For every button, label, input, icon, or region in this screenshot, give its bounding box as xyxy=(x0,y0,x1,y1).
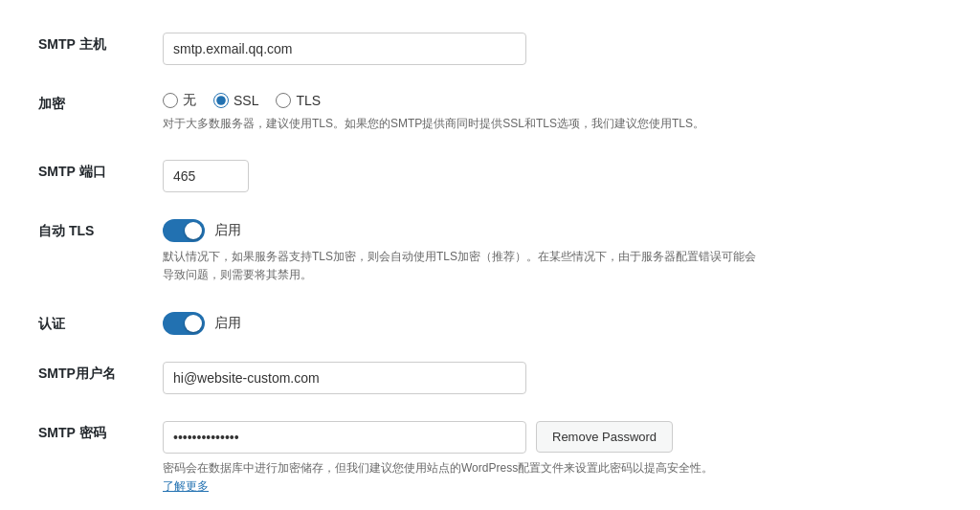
auto-tls-row: 自动 TLS 启用 默认情况下，如果服务器支持TLS加密，则会自动使用TLS加密… xyxy=(29,206,951,298)
smtp-host-field xyxy=(144,19,951,78)
auth-field: 启用 xyxy=(144,299,951,348)
password-row: Remove Password xyxy=(163,421,942,454)
smtp-port-field xyxy=(144,146,951,206)
smtp-username-label: SMTP用户名 xyxy=(29,348,144,408)
auto-tls-toggle-label: 启用 xyxy=(214,222,241,239)
remove-password-button[interactable]: Remove Password xyxy=(536,421,673,453)
encryption-label: 加密 xyxy=(29,78,144,146)
auth-row: 认证 启用 xyxy=(29,299,951,348)
smtp-host-input[interactable] xyxy=(163,33,526,65)
smtp-username-input[interactable] xyxy=(163,362,526,394)
encryption-option-none[interactable]: 无 xyxy=(163,92,196,109)
encryption-option-ssl[interactable]: SSL xyxy=(213,93,258,108)
smtp-password-label: SMTP 密码 xyxy=(29,408,144,509)
auth-toggle-label: 启用 xyxy=(214,315,241,332)
auth-toggle[interactable] xyxy=(163,312,205,335)
smtp-port-input[interactable] xyxy=(163,160,249,192)
smtp-password-field: Remove Password 密码会在数据库中进行加密储存，但我们建议您使用站… xyxy=(144,408,951,509)
smtp-host-label: SMTP 主机 xyxy=(29,19,144,78)
smtp-password-row: SMTP 密码 Remove Password 密码会在数据库中进行加密储存，但… xyxy=(29,408,951,509)
encryption-field: 无 SSL TLS 对于大多数服务器，建议使用TLS。如果您的SMTP提供商同时… xyxy=(144,78,951,146)
auth-label: 认证 xyxy=(29,299,144,348)
smtp-port-label: SMTP 端口 xyxy=(29,146,144,206)
encryption-radio-tls[interactable] xyxy=(276,93,291,108)
auto-tls-description: 默认情况下，如果服务器支持TLS加密，则会自动使用TLS加密（推荐）。在某些情况… xyxy=(163,248,756,284)
encryption-row: 加密 无 SSL TLS 对于大多数服务器，建议使用TLS。如果您的SMTP提供… xyxy=(29,78,951,146)
auto-tls-field: 启用 默认情况下，如果服务器支持TLS加密，则会自动使用TLS加密（推荐）。在某… xyxy=(144,206,951,298)
learn-more-link[interactable]: 了解更多 xyxy=(163,479,209,493)
auto-tls-label: 自动 TLS xyxy=(29,206,144,298)
encryption-tls-label: TLS xyxy=(296,93,321,108)
encryption-description: 对于大多数服务器，建议使用TLS。如果您的SMTP提供商同时提供SSL和TLS选… xyxy=(163,115,756,133)
encryption-radio-ssl[interactable] xyxy=(213,93,229,108)
encryption-option-tls[interactable]: TLS xyxy=(276,93,321,108)
smtp-password-description: 密码会在数据库中进行加密储存，但我们建议您使用站点的WordPress配置文件来… xyxy=(163,459,756,496)
smtp-password-input[interactable] xyxy=(163,421,526,454)
encryption-none-label: 无 xyxy=(183,92,196,109)
auth-slider xyxy=(163,312,205,335)
smtp-username-field xyxy=(144,348,951,408)
auto-tls-toggle[interactable] xyxy=(163,219,205,242)
smtp-username-row: SMTP用户名 xyxy=(29,348,951,408)
smtp-port-row: SMTP 端口 xyxy=(29,146,951,206)
smtp-host-row: SMTP 主机 xyxy=(29,19,951,78)
auto-tls-toggle-row: 启用 xyxy=(163,219,942,242)
auto-tls-slider xyxy=(163,219,205,242)
encryption-radio-group: 无 SSL TLS xyxy=(163,92,942,109)
encryption-ssl-label: SSL xyxy=(234,93,258,108)
encryption-radio-none[interactable] xyxy=(163,93,178,108)
auth-toggle-row: 启用 xyxy=(163,312,942,335)
settings-form: SMTP 主机 加密 无 SSL TLS 对于大多数服 xyxy=(29,19,951,509)
